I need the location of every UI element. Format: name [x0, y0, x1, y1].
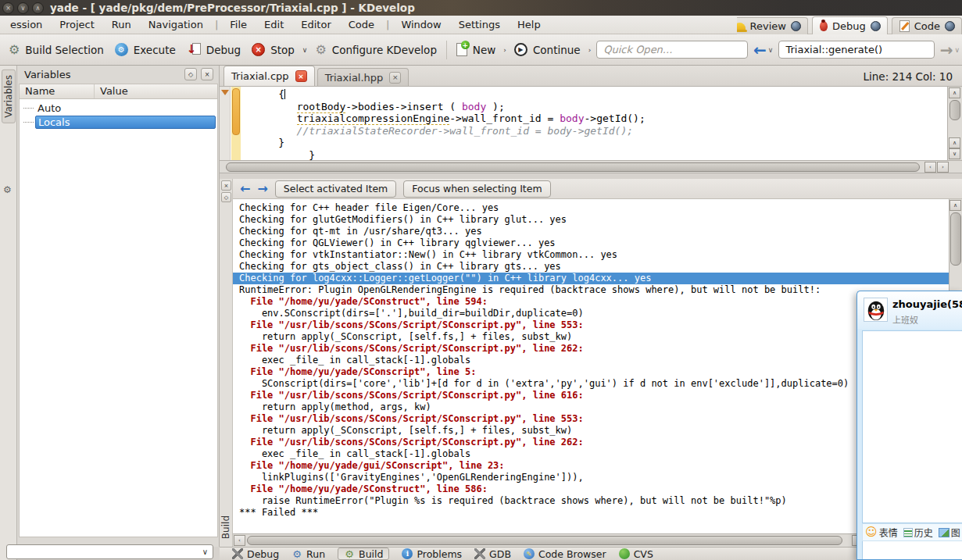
- build-output-line[interactable]: *** Failed ***: [239, 507, 949, 519]
- debug-button[interactable]: ↓ Debug: [181, 40, 246, 59]
- build-output-line[interactable]: exec _file_ in call_stack[-1].globals: [239, 448, 949, 460]
- scroll-down-icon[interactable]: ∨: [949, 148, 960, 159]
- column-header-value[interactable]: Value: [95, 84, 128, 98]
- code-lines[interactable]: { rootBody->bodies->insert ( body ); tri…: [241, 87, 947, 160]
- build-output-line[interactable]: Checking for glutGetModifiers() in C++ l…: [239, 214, 949, 226]
- menu-item-help[interactable]: Help: [509, 17, 549, 32]
- editor-gutter[interactable]: [220, 87, 231, 160]
- menu-item-window[interactable]: Window: [392, 17, 449, 32]
- bottom-tool-debug[interactable]: Debug: [232, 548, 279, 560]
- continue-button[interactable]: ▶ Continue: [509, 40, 586, 59]
- navigate-back-button[interactable]: ← ∨: [753, 42, 773, 58]
- build-dock-label[interactable]: Build: [220, 515, 231, 539]
- build-output-line[interactable]: Checking for gts_object_class() in C++ l…: [239, 261, 949, 273]
- scroll-up-icon[interactable]: ∧: [949, 200, 961, 211]
- menu-item-project[interactable]: Project: [51, 17, 102, 32]
- chevron-down-icon[interactable]: ∨: [302, 46, 308, 54]
- working-set-icon[interactable]: [791, 21, 801, 31]
- close-tab-icon[interactable]: ×: [389, 72, 401, 84]
- bottom-tool-problems[interactable]: iProblems: [402, 548, 462, 560]
- area-button-review[interactable]: Review: [737, 17, 808, 34]
- tab-triaxial-cpp[interactable]: Triaxial.cpp ×: [224, 66, 315, 86]
- variables-filter-combo[interactable]: ∨: [6, 544, 213, 559]
- build-output-line[interactable]: File "/usr/lib/scons/SCons/Script/SConsc…: [239, 390, 949, 401]
- qq-chat-area[interactable]: [862, 330, 962, 523]
- qq-tool-smiley[interactable]: ☺表情: [865, 526, 898, 539]
- variables-row-locals[interactable]: Locals: [20, 115, 217, 129]
- working-set-icon[interactable]: [871, 21, 881, 31]
- build-output-line[interactable]: exec _file_ in call_stack[-1].globals: [239, 355, 949, 366]
- build-output-line[interactable]: env.SConscript(dirs=['.'],build_dir=buil…: [239, 308, 949, 319]
- qq-header[interactable]: zhouyajie(58 上班奴: [857, 291, 962, 329]
- bottom-tool-run[interactable]: ⚙Run: [291, 548, 325, 560]
- qq-chat-window[interactable]: zhouyajie(58 上班奴 ☺表情历史图: [857, 291, 962, 560]
- symbol-navigation-combo[interactable]: Triaxial::generate(): [778, 41, 934, 59]
- build-output-line[interactable]: RuntimeError: Plugin OpenGLRenderingEngi…: [239, 284, 949, 296]
- close-panel-icon[interactable]: ×: [221, 180, 231, 191]
- scrollbar-thumb[interactable]: [950, 212, 961, 266]
- build-output-line[interactable]: File "/usr/lib/scons/SCons/Script/SConsc…: [239, 413, 949, 425]
- column-header-name[interactable]: Name: [20, 84, 95, 98]
- build-output-line[interactable]: Checking for vtkInstantiator::New() in C…: [239, 249, 949, 261]
- quick-open-input[interactable]: [596, 41, 748, 59]
- stop-button[interactable]: × Stop: [246, 40, 300, 59]
- build-output-line[interactable]: File "/home/yu/yade/SConscript", line 5:: [239, 366, 949, 378]
- build-output-line[interactable]: SConscript(dirs=['core','lib']+[d for d …: [239, 378, 949, 390]
- build-output-line[interactable]: File "/home/yu/yade/SConstruct", line 59…: [239, 296, 949, 308]
- window-maximize-icon[interactable]: ∧: [32, 2, 44, 14]
- menu-item-settings[interactable]: Settings: [450, 17, 509, 32]
- scrollbar-thumb[interactable]: [247, 536, 842, 545]
- qq-tool-history[interactable]: 历史: [903, 526, 933, 539]
- menu-item-run[interactable]: Run: [103, 17, 140, 32]
- menu-item-ession[interactable]: ession: [2, 17, 51, 32]
- build-output-line[interactable]: Checking for QGLViewer() in C++ library …: [239, 237, 949, 249]
- menu-item-code[interactable]: Code: [340, 17, 383, 32]
- chevron-right-icon[interactable]: ›: [588, 46, 592, 54]
- code-editor[interactable]: { rootBody->bodies->insert ( body ); tri…: [220, 87, 947, 160]
- scroll-up-icon[interactable]: ∧: [949, 87, 960, 98]
- build-output-line[interactable]: return apply(method, args, kw): [239, 401, 949, 413]
- build-selection-button[interactable]: ⚙ Build Selection: [3, 41, 109, 59]
- build-output-lines[interactable]: Checking for C++ header file Eigen/Core.…: [233, 199, 949, 533]
- qq-tool-image[interactable]: 图: [939, 526, 960, 539]
- scrollbar-thumb[interactable]: [226, 162, 920, 172]
- select-activated-item-button[interactable]: Select activated Item: [275, 180, 396, 198]
- menu-item-edit[interactable]: Edit: [256, 17, 292, 32]
- menu-item-navigation[interactable]: Navigation: [140, 17, 212, 32]
- bottom-tool-gdb[interactable]: GDB: [474, 548, 511, 560]
- tab-triaxial-hpp[interactable]: Triaxial.hpp ×: [317, 68, 409, 86]
- execute-button[interactable]: ⚙ Execute: [109, 40, 181, 59]
- chevron-right-icon[interactable]: ›: [503, 46, 506, 54]
- chevron-down-icon[interactable]: ∨: [768, 46, 774, 54]
- build-output-line[interactable]: return apply(_SConscript, [self.fs,] + f…: [239, 331, 949, 343]
- scroll-left-icon[interactable]: ‹: [234, 535, 245, 546]
- bottom-tool-build[interactable]: ⚙Build: [338, 548, 389, 560]
- variables-row-auto[interactable]: Auto: [20, 101, 217, 115]
- next-item-icon[interactable]: →: [257, 183, 267, 195]
- build-output-line[interactable]: File "/home/yu/yade/SConstruct", line 58…: [239, 483, 949, 495]
- window-close-icon[interactable]: ×: [2, 2, 14, 14]
- build-output-line[interactable]: File "/home/yu/yade/gui/SConscript", lin…: [239, 460, 949, 472]
- prev-item-icon[interactable]: ←: [240, 183, 250, 195]
- build-output-line[interactable]: Checking for log4cxx::Logger::getLogger(…: [233, 273, 949, 284]
- navigate-forward-button[interactable]: → ∨: [940, 42, 960, 58]
- focus-when-selecting-button[interactable]: Focus when selecting Item: [403, 180, 550, 198]
- window-shade-icon[interactable]: ∨: [17, 2, 29, 14]
- area-button-debug[interactable]: Debug: [812, 16, 888, 34]
- build-output-line[interactable]: Checking for qt-mt in /usr/share/qt3... …: [239, 226, 949, 237]
- fold-marker-icon[interactable]: [221, 90, 229, 95]
- build-output-line[interactable]: File "/usr/lib/scons/SCons/Script/SConsc…: [239, 437, 949, 448]
- scroll-right-icon[interactable]: ›: [937, 162, 949, 173]
- build-output-line[interactable]: raise RuntimeError("Plugin %s is require…: [239, 495, 949, 507]
- scrollbar-thumb[interactable]: [949, 100, 960, 120]
- scroll-up-icon[interactable]: ∧: [949, 137, 960, 148]
- menu-item-editor[interactable]: Editor: [292, 17, 339, 32]
- area-button-code[interactable]: Code: [892, 17, 962, 34]
- configure-kdevelop-button[interactable]: ⚙ Configure KDevelop: [309, 41, 442, 59]
- build-output-line[interactable]: Checking for C++ header file Eigen/Core.…: [239, 202, 949, 214]
- panel-splitter[interactable]: [220, 173, 962, 179]
- new-button[interactable]: + New: [451, 40, 501, 59]
- build-output-line[interactable]: File "/usr/lib/scons/SCons/Script/SConsc…: [239, 343, 949, 355]
- build-output-line[interactable]: linkPlugins(['GravityEngines','OpenGLRen…: [239, 472, 949, 483]
- build-output-line[interactable]: File "/usr/lib/scons/SCons/Script/SConsc…: [239, 319, 949, 331]
